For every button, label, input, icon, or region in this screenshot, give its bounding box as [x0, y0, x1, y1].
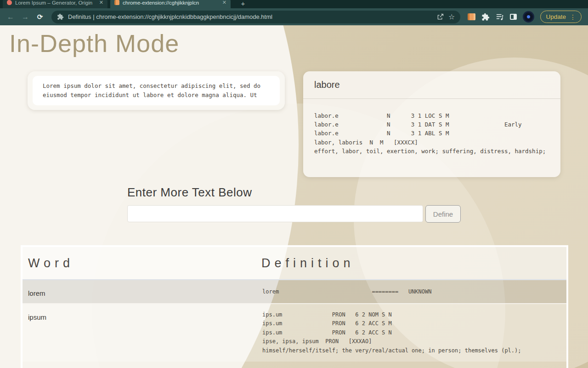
table-row[interactable]: ipsum ips.um PRON 6 2 NOM S N ips.um PRO…	[23, 304, 566, 362]
define-button[interactable]: Define	[425, 205, 461, 223]
toolbar-right-icons: Update ⋮	[466, 11, 583, 23]
selected-word-card: labore labor.e N 3 1 LOC S M labor.e N 3…	[303, 71, 560, 177]
word-cell[interactable]: lorem	[23, 280, 261, 303]
share-icon[interactable]	[436, 13, 444, 21]
extensions-puzzle-icon[interactable]	[481, 13, 490, 21]
source-text: Lorem ipsum dolor sit amet, consectetur …	[43, 81, 270, 99]
word-column-header: Word	[23, 256, 261, 270]
damode-page: In-Depth Mode Lorem ipsum dolor sit amet…	[0, 25, 588, 368]
definition-text: ips.um PRON 6 2 NOM S N ips.um PRON 6 2 …	[262, 310, 566, 356]
update-label: Update	[546, 13, 566, 20]
source-text-card: Lorem ipsum dolor sit amet, consectetur …	[28, 71, 285, 110]
definition-cell: lorem ======== UNKNOWN	[261, 280, 566, 303]
definition-cell: ips.um PRON 6 2 NOM S N ips.um PRON 6 2 …	[261, 304, 566, 362]
definitions-table: Word Definition lorem lorem ======== UNK…	[21, 245, 568, 368]
define-text-input[interactable]	[127, 205, 423, 222]
profile-avatar[interactable]	[523, 11, 534, 23]
tab-title: chrome-extension://cghjikknjplcn	[123, 0, 219, 6]
address-bar[interactable]: Definitus | chrome-extension://cghjikknj…	[51, 11, 460, 23]
table-header-row: Word Definition	[23, 247, 566, 280]
reload-button[interactable]: ⟳	[34, 11, 46, 23]
definitus-favicon-icon	[114, 0, 119, 5]
browser-toolbar: ← → ⟳ Definitus | chrome-extension://cgh…	[0, 8, 588, 25]
new-tab-button[interactable]: +	[238, 0, 248, 7]
word-cell[interactable]: ipsum	[23, 304, 261, 362]
enter-text-heading: Enter More Text Below	[127, 185, 461, 200]
back-button[interactable]: ←	[5, 11, 17, 23]
puzzle-extension-icon	[57, 13, 64, 20]
side-panel-icon[interactable]	[510, 14, 517, 20]
playlist-icon[interactable]	[496, 13, 504, 21]
tab-chrome-extension-active[interactable]: chrome-extension://cghjikknjplcn ✕	[110, 0, 231, 8]
update-button[interactable]: Update ⋮	[540, 11, 582, 23]
tab-lorem-ipsum-generator[interactable]: Lorem Ipsum – Generator, Origin ✕	[3, 0, 107, 8]
top-cards-row: Lorem ipsum dolor sit amet, consectetur …	[0, 71, 588, 177]
tab-strip: Lorem Ipsum – Generator, Origin ✕ chrome…	[0, 0, 588, 8]
forward-button[interactable]: →	[19, 11, 31, 23]
selected-word-analysis: labor.e N 3 1 LOC S M labor.e N 3 1 DAT …	[314, 111, 549, 155]
source-text-card-inner: Lorem ipsum dolor sit amet, consectetur …	[33, 76, 280, 105]
definitus-extension-icon[interactable]	[468, 13, 475, 20]
page-title: In-Depth Mode	[9, 29, 179, 58]
selected-word-title: labore	[303, 71, 560, 99]
tab-close-icon[interactable]: ✕	[222, 0, 226, 6]
table-row[interactable]: lorem lorem ======== UNKNOWN	[23, 280, 566, 304]
enter-text-section: Enter More Text Below Define	[0, 185, 588, 223]
tab-close-icon[interactable]: ✕	[99, 0, 103, 6]
tab-title: Lorem Ipsum – Generator, Origin	[15, 0, 96, 6]
bookmark-star-icon[interactable]: ☆	[448, 13, 455, 21]
browser-window: Lorem Ipsum – Generator, Origin ✕ chrome…	[0, 0, 588, 368]
address-text: Definitus | chrome-extension://cghjikknj…	[68, 13, 432, 20]
definition-text: lorem ======== UNKNOWN	[262, 288, 566, 297]
menu-kebab-icon[interactable]: ⋮	[570, 13, 576, 21]
selected-word-body: labor.e N 3 1 LOC S M labor.e N 3 1 DAT …	[303, 99, 560, 168]
lipsum-favicon-icon	[7, 0, 12, 5]
definition-column-header: Definition	[261, 256, 355, 270]
